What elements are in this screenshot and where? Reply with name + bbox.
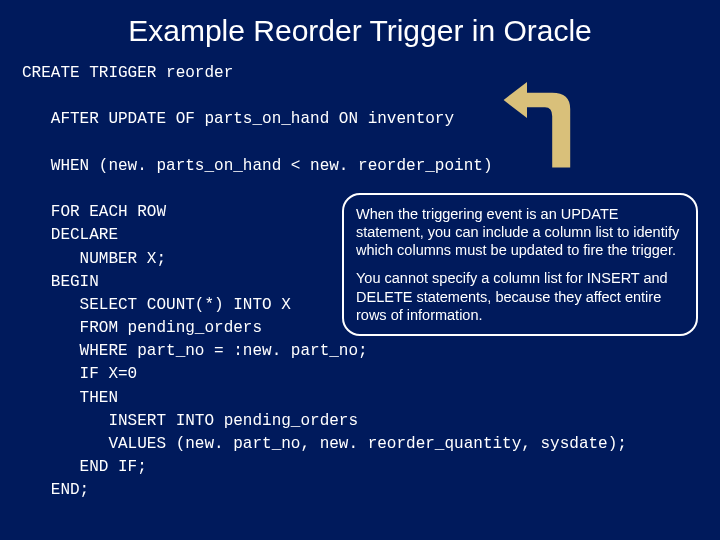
code-line: VALUES (new. part_no, new. reorder_quant… [22, 435, 627, 453]
page-title: Example Reorder Trigger in Oracle [0, 14, 720, 48]
callout-paragraph: When the triggering event is an UPDATE s… [356, 205, 684, 259]
code-line: END IF; [22, 458, 147, 476]
callout-box: When the triggering event is an UPDATE s… [342, 193, 698, 336]
code-line: THEN [22, 389, 118, 407]
code-line: FOR EACH ROW [22, 203, 166, 221]
code-line: BEGIN [22, 273, 99, 291]
code-line: IF X=0 [22, 365, 137, 383]
code-line: SELECT COUNT(*) INTO X [22, 296, 291, 314]
code-line: END; [22, 481, 89, 499]
callout-paragraph: You cannot specify a column list for INS… [356, 269, 684, 323]
code-line: INSERT INTO pending_orders [22, 412, 358, 430]
code-line: FROM pending_orders [22, 319, 262, 337]
slide: Example Reorder Trigger in Oracle CREATE… [0, 0, 720, 540]
code-line: WHEN (new. parts_on_hand < new. reorder_… [22, 157, 492, 175]
code-line: DECLARE [22, 226, 118, 244]
code-line: AFTER UPDATE OF parts_on_hand ON invento… [22, 110, 454, 128]
code-line: CREATE TRIGGER reorder [22, 64, 233, 82]
code-line: NUMBER X; [22, 250, 166, 268]
code-line: WHERE part_no = :new. part_no; [22, 342, 368, 360]
